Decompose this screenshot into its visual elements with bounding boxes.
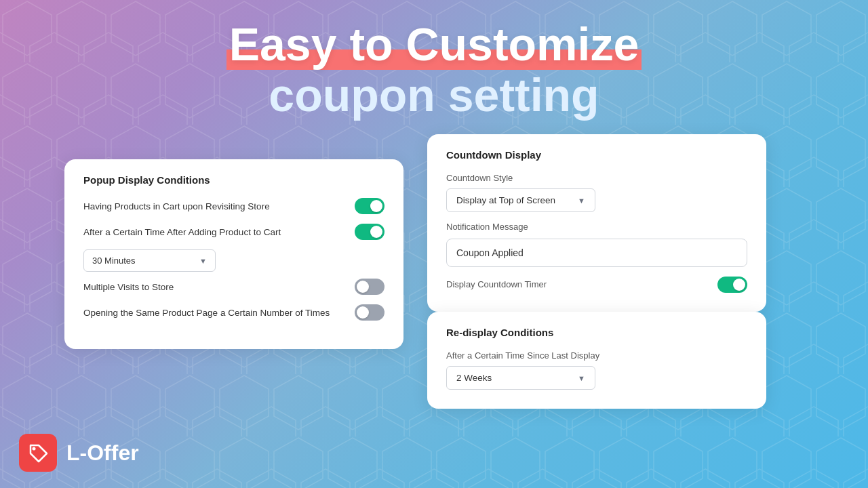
countdown-display-panel: Countdown Display Countdown Style Displa… bbox=[427, 134, 766, 312]
redisplay-time-arrow-icon: ▼ bbox=[578, 374, 585, 382]
toggle-time[interactable] bbox=[355, 224, 384, 240]
countdown-style-arrow-icon: ▼ bbox=[578, 197, 585, 205]
title-highlight: Easy to Customize bbox=[226, 19, 642, 70]
title-area: Easy to Customize coupon setting bbox=[0, 0, 868, 121]
redisplay-conditions-panel: Re-display Conditions After a Certain Ti… bbox=[427, 312, 766, 409]
toggle-visits[interactable] bbox=[355, 279, 384, 295]
notification-message-label: Notification Message bbox=[446, 222, 747, 232]
condition-row-product: Opening the Same Product Page a Certain … bbox=[83, 304, 384, 321]
toggle-revisit[interactable] bbox=[355, 198, 384, 214]
redisplay-time-value: 2 Weeks bbox=[456, 373, 492, 383]
countdown-style-dropdown[interactable]: Display at Top of Screen ▼ bbox=[446, 188, 595, 212]
title-line2: coupon setting bbox=[0, 70, 868, 121]
condition-label-revisit: Having Products in Cart upon Revisiting … bbox=[83, 201, 355, 211]
countdown-style-label: Countdown Style bbox=[446, 173, 747, 183]
logo-text: L-Offer bbox=[66, 441, 139, 466]
time-dropdown-arrow-icon: ▼ bbox=[199, 257, 207, 265]
toggle-countdown-timer[interactable] bbox=[717, 277, 747, 293]
condition-label-product: Opening the Same Product Page a Certain … bbox=[83, 308, 355, 318]
display-countdown-timer-row: Display Countdown Timer bbox=[446, 277, 747, 293]
popup-display-conditions-panel: Popup Display Conditions Having Products… bbox=[64, 159, 403, 349]
time-dropdown-value: 30 Minutes bbox=[92, 256, 136, 266]
svg-point-4 bbox=[33, 447, 36, 451]
condition-label-time: After a Certain Time After Adding Produc… bbox=[83, 227, 355, 237]
countdown-style-value: Display at Top of Screen bbox=[456, 195, 555, 205]
logo-icon bbox=[19, 434, 57, 472]
toggle-product[interactable] bbox=[355, 304, 384, 321]
condition-row-visits: Multiple Visits to Store bbox=[83, 279, 384, 295]
popup-panel-title: Popup Display Conditions bbox=[83, 174, 384, 186]
display-countdown-timer-label: Display Countdown Timer bbox=[446, 279, 547, 289]
title-line1: Easy to Customize bbox=[0, 19, 868, 70]
logo-area: L-Offer bbox=[19, 434, 139, 472]
redisplay-condition-label: After a Certain Time Since Last Display bbox=[446, 350, 747, 361]
redisplay-time-dropdown[interactable]: 2 Weeks ▼ bbox=[446, 366, 595, 390]
countdown-panel-title: Countdown Display bbox=[446, 149, 747, 161]
redisplay-panel-title: Re-display Conditions bbox=[446, 327, 747, 338]
condition-label-visits: Multiple Visits to Store bbox=[83, 282, 355, 292]
notification-message-input[interactable] bbox=[446, 239, 747, 267]
condition-row-revisit: Having Products in Cart upon Revisiting … bbox=[83, 198, 384, 214]
condition-row-time: After a Certain Time After Adding Produc… bbox=[83, 224, 384, 240]
time-dropdown[interactable]: 30 Minutes ▼ bbox=[83, 249, 216, 272]
logo-tag-icon bbox=[26, 441, 50, 464]
